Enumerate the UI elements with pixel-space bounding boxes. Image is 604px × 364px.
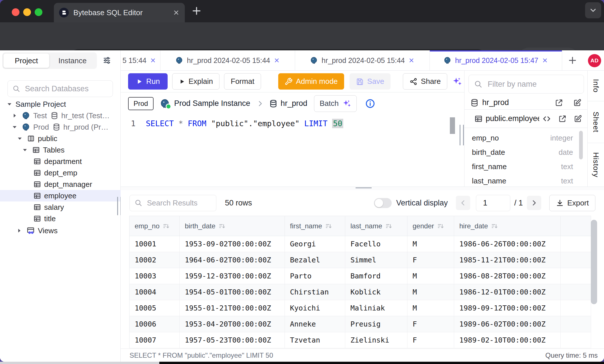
sql-editor[interactable]: 1 SELECT * FROM "public"."employee" LIMI… bbox=[121, 114, 464, 187]
tree-db-hr-test[interactable]: Test hr_test (Test… bbox=[0, 110, 121, 121]
avatar[interactable]: AD bbox=[588, 54, 601, 67]
results-scrollbar[interactable] bbox=[591, 220, 597, 304]
column-header[interactable]: last_name bbox=[345, 216, 407, 236]
column-row[interactable]: emp_no integer bbox=[464, 131, 581, 145]
caret-down-icon[interactable] bbox=[11, 123, 18, 131]
tab-history[interactable]: History bbox=[588, 143, 604, 187]
panel-scrollbar[interactable] bbox=[579, 131, 583, 159]
editor-tab-4-active[interactable]: hr_prod 2024-02-05 15:47 bbox=[430, 50, 562, 70]
panel-database-row[interactable]: hr_prod bbox=[464, 96, 587, 109]
table-row[interactable]: 100051955-01-21T00:00:00ZKyoichiMaliniak… bbox=[130, 300, 591, 316]
column-row[interactable]: first_name text bbox=[464, 159, 581, 174]
column-row[interactable]: birth_date date bbox=[464, 145, 581, 159]
caret-down-icon[interactable] bbox=[6, 100, 13, 108]
browser-tab[interactable]: Bytebase SQL Editor bbox=[54, 3, 185, 22]
vertical-display-toggle[interactable] bbox=[374, 198, 392, 208]
admin-mode-button[interactable]: Admin mode bbox=[278, 73, 344, 90]
sort-icon[interactable] bbox=[437, 222, 444, 230]
editor-tab-2[interactable]: hr_prod 2024-02-05 15:44 bbox=[160, 50, 295, 70]
tree-schema-public[interactable]: public bbox=[0, 133, 121, 144]
code-icon[interactable] bbox=[542, 114, 551, 123]
window-maximize-button[interactable] bbox=[35, 8, 42, 16]
schema-filter[interactable] bbox=[468, 75, 584, 94]
column-header[interactable]: hire_date bbox=[454, 216, 561, 236]
caret-right-icon[interactable] bbox=[11, 112, 18, 119]
database-icon bbox=[52, 123, 60, 131]
database-name[interactable]: hr_prod bbox=[269, 99, 307, 108]
page-number-input[interactable] bbox=[476, 195, 510, 211]
instance-name[interactable]: Prod Sample Instance bbox=[174, 99, 250, 108]
open-external-icon[interactable] bbox=[558, 114, 567, 123]
schema-filter-input[interactable] bbox=[487, 80, 578, 89]
caret-down-icon[interactable] bbox=[16, 135, 23, 142]
table-row[interactable]: 100021964-06-02T00:00:00ZBezalelSimmelF1… bbox=[130, 252, 591, 268]
tab-close-icon[interactable] bbox=[542, 57, 548, 64]
editor-scrollbar[interactable] bbox=[450, 117, 455, 134]
tree-views-group[interactable]: Views bbox=[0, 225, 121, 236]
batch-button[interactable]: Batch bbox=[314, 95, 357, 112]
tree-table-salary[interactable]: salary bbox=[0, 201, 121, 213]
caret-right-icon[interactable] bbox=[15, 227, 23, 234]
tree-project-row[interactable]: Sample Project bbox=[0, 98, 121, 110]
window-close-button[interactable] bbox=[12, 8, 19, 16]
share-button[interactable]: Share bbox=[403, 73, 447, 90]
tab-instance[interactable]: Instance bbox=[49, 56, 96, 65]
column-row[interactable]: last_name text bbox=[464, 174, 581, 187]
tab-close-icon[interactable] bbox=[274, 57, 280, 64]
table-row[interactable]: 100071957-05-23T00:00:00ZTzvetanZielinsk… bbox=[130, 332, 591, 348]
database-search-input[interactable] bbox=[24, 84, 108, 94]
info-icon[interactable] bbox=[365, 99, 375, 108]
next-page-button[interactable] bbox=[527, 196, 541, 210]
column-header[interactable]: gender bbox=[407, 216, 454, 236]
table-row[interactable]: 100041954-05-01T00:00:00ZChirstianKoblic… bbox=[130, 284, 591, 300]
open-external-icon[interactable] bbox=[555, 98, 563, 107]
tab-list-chevron-button[interactable] bbox=[585, 2, 601, 18]
edit-icon[interactable] bbox=[573, 98, 582, 107]
tab-sheet[interactable]: Sheet bbox=[588, 101, 604, 143]
results-search-input[interactable] bbox=[146, 198, 211, 208]
database-search[interactable] bbox=[7, 80, 113, 97]
table-row[interactable]: 100031959-12-03T00:00:00ZPartoBamfordM19… bbox=[130, 268, 591, 284]
export-button[interactable]: Export bbox=[549, 195, 595, 211]
column-header[interactable]: birth_date bbox=[180, 216, 285, 236]
tree-table-title[interactable]: title bbox=[0, 213, 121, 224]
sort-icon[interactable] bbox=[218, 222, 226, 230]
edit-icon[interactable] bbox=[574, 114, 582, 123]
ai-sparkles-icon[interactable] bbox=[452, 76, 462, 87]
run-button[interactable]: Run bbox=[128, 73, 168, 90]
tree-db-hr-prod[interactable]: Prod hr_prod (Pr… bbox=[0, 121, 121, 133]
new-sheet-button[interactable] bbox=[568, 56, 577, 65]
window-minimize-button[interactable] bbox=[23, 8, 31, 16]
results-search[interactable] bbox=[130, 195, 216, 211]
tab-close-icon[interactable] bbox=[173, 9, 180, 16]
sort-icon[interactable] bbox=[325, 222, 332, 230]
prev-page-button[interactable] bbox=[456, 196, 470, 210]
tab-project[interactable]: Project bbox=[3, 54, 49, 68]
table-row[interactable]: 100011953-09-02T00:00:00ZGeorgiFacelloM1… bbox=[130, 236, 591, 252]
save-button[interactable]: Save bbox=[350, 73, 391, 90]
tab-info[interactable]: Info bbox=[588, 71, 604, 101]
tree-tables-group[interactable]: Tables bbox=[0, 144, 121, 156]
tab-close-icon[interactable] bbox=[408, 57, 415, 64]
editor-tab-3[interactable]: hr_prod 2024-02-05 15:44 bbox=[295, 50, 430, 70]
column-header[interactable]: emp_no bbox=[130, 216, 180, 236]
table-row[interactable]: 100061953-04-20T00:00:00ZAnnekePreusigF1… bbox=[130, 316, 591, 332]
editor-tab-1[interactable]: 5 15:44 bbox=[121, 50, 160, 70]
filter-sliders-icon[interactable] bbox=[103, 56, 111, 65]
new-tab-button[interactable] bbox=[191, 6, 202, 16]
sort-icon[interactable] bbox=[385, 222, 393, 230]
tree-table-employee-selected[interactable]: employee bbox=[0, 190, 121, 201]
sort-icon[interactable] bbox=[162, 222, 170, 230]
screen: Bytebase SQL Editor localhost:8080/sql-e… bbox=[0, 0, 604, 364]
tree-table-dept-emp[interactable]: dept_emp bbox=[0, 167, 121, 179]
explain-button[interactable]: Explain bbox=[172, 73, 219, 90]
tab-close-icon[interactable] bbox=[150, 57, 156, 64]
panel-table-row[interactable]: public.employee bbox=[464, 109, 587, 128]
tree-table-department[interactable]: department bbox=[0, 156, 121, 167]
caret-down-icon[interactable] bbox=[21, 146, 29, 154]
tree-table-dept-manager[interactable]: dept_manager bbox=[0, 179, 121, 190]
panel-resize-handle[interactable] bbox=[460, 125, 464, 145]
column-header[interactable]: first_name bbox=[285, 216, 345, 236]
format-button[interactable]: Format bbox=[224, 73, 261, 90]
sort-icon[interactable] bbox=[491, 222, 498, 230]
